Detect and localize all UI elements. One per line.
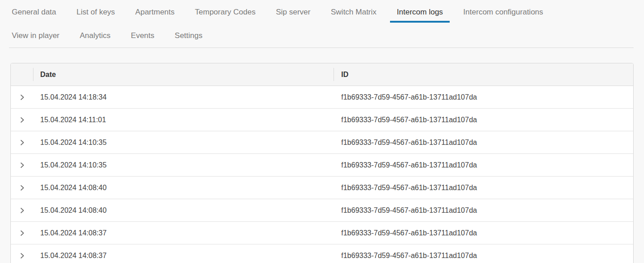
table-body: 15.04.2024 14:18:34 f1b69333-7d59-4567-a…: [11, 86, 633, 263]
expand-cell: [11, 177, 33, 199]
chevron-right-icon: [19, 230, 26, 237]
tab-temporary-codes[interactable]: Temporary Codes: [188, 4, 262, 23]
log-date: 15.04.2024 14:11:01: [33, 109, 334, 131]
log-date-text: 15.04.2024 14:18:34: [40, 93, 107, 101]
chevron-right-icon: [19, 207, 26, 214]
expand-row-button[interactable]: [18, 206, 27, 215]
log-date-text: 15.04.2024 14:08:40: [40, 184, 107, 192]
table-header-row: Date ID: [11, 63, 633, 86]
secondary-tab-bar: View in player Analytics Events Settings: [0, 27, 644, 46]
intercom-logs-table: Date ID 15.04.2024 14:18:34 f1b69333-7d5…: [10, 63, 634, 263]
expand-row-button[interactable]: [18, 115, 27, 124]
log-date-text: 15.04.2024 14:11:01: [40, 116, 106, 124]
tab-label: General data: [12, 8, 56, 16]
expand-row-button[interactable]: [18, 161, 27, 170]
log-id-text: f1b69333-7d59-4567-a61b-13711ad107da: [341, 161, 477, 169]
log-date-text: 15.04.2024 14:08:37: [40, 252, 107, 260]
log-id: f1b69333-7d59-4567-a61b-13711ad107da: [334, 131, 633, 153]
table-row: 15.04.2024 14:08:40 f1b69333-7d59-4567-a…: [11, 199, 633, 222]
tab-label: Temporary Codes: [195, 8, 255, 16]
tab-switch-matrix[interactable]: Switch Matrix: [324, 4, 383, 23]
log-date: 15.04.2024 14:08:40: [33, 177, 334, 199]
table-row: 15.04.2024 14:08:40 f1b69333-7d59-4567-a…: [11, 177, 633, 199]
tab-label: Settings: [175, 31, 202, 40]
tab-apartments[interactable]: Apartments: [128, 4, 181, 23]
expand-cell: [11, 109, 33, 131]
expand-cell: [11, 222, 33, 244]
log-id-text: f1b69333-7d59-4567-a61b-13711ad107da: [341, 116, 477, 124]
tab-label: Switch Matrix: [331, 8, 376, 16]
tab-sip-server[interactable]: Sip server: [269, 4, 317, 23]
chevron-right-icon: [19, 162, 26, 169]
log-id: f1b69333-7d59-4567-a61b-13711ad107da: [334, 109, 633, 131]
expand-cell: [11, 154, 33, 176]
log-date: 15.04.2024 14:08:37: [33, 244, 334, 263]
log-id: f1b69333-7d59-4567-a61b-13711ad107da: [334, 222, 633, 244]
expand-row-button[interactable]: [18, 138, 27, 147]
expand-cell: [11, 131, 33, 153]
tab-view-in-player[interactable]: View in player: [5, 27, 66, 46]
tab-label: Analytics: [80, 31, 111, 40]
log-date: 15.04.2024 14:10:35: [33, 154, 334, 176]
table-row: 15.04.2024 14:18:34 f1b69333-7d59-4567-a…: [11, 86, 633, 109]
log-id: f1b69333-7d59-4567-a61b-13711ad107da: [334, 177, 633, 199]
id-column-label: ID: [341, 71, 348, 79]
tab-label: List of keys: [76, 8, 115, 16]
tab-intercom-configurations[interactable]: Intercom configurations: [456, 4, 550, 23]
expand-column-header: [11, 63, 33, 86]
table-row: 15.04.2024 14:08:37 f1b69333-7d59-4567-a…: [11, 244, 633, 263]
log-id-text: f1b69333-7d59-4567-a61b-13711ad107da: [341, 229, 477, 237]
log-id: f1b69333-7d59-4567-a61b-13711ad107da: [334, 244, 633, 263]
tab-general-data[interactable]: General data: [5, 4, 63, 23]
expand-cell: [11, 199, 33, 221]
tab-label: Events: [131, 31, 155, 40]
table-row: 15.04.2024 14:10:35 f1b69333-7d59-4567-a…: [11, 131, 633, 154]
date-column-label: Date: [40, 71, 56, 79]
tab-settings[interactable]: Settings: [168, 27, 209, 46]
log-date-text: 15.04.2024 14:08:37: [40, 229, 107, 237]
log-id: f1b69333-7d59-4567-a61b-13711ad107da: [334, 86, 633, 108]
log-id-text: f1b69333-7d59-4567-a61b-13711ad107da: [341, 93, 477, 101]
log-date: 15.04.2024 14:08:40: [33, 199, 334, 221]
log-id: f1b69333-7d59-4567-a61b-13711ad107da: [334, 154, 633, 176]
expand-row-button[interactable]: [18, 251, 27, 260]
tab-intercom-logs[interactable]: Intercom logs: [390, 4, 450, 23]
tab-events[interactable]: Events: [124, 27, 161, 46]
log-id-text: f1b69333-7d59-4567-a61b-13711ad107da: [341, 139, 477, 147]
log-date-text: 15.04.2024 14:10:35: [40, 139, 107, 147]
chevron-right-icon: [19, 139, 26, 146]
chevron-right-icon: [19, 116, 26, 124]
table-row: 15.04.2024 14:10:35 f1b69333-7d59-4567-a…: [11, 154, 633, 177]
tab-label: Intercom configurations: [463, 8, 543, 16]
log-date: 15.04.2024 14:18:34: [33, 86, 334, 108]
expand-cell: [11, 244, 33, 263]
id-column-header[interactable]: ID: [334, 63, 633, 86]
log-id-text: f1b69333-7d59-4567-a61b-13711ad107da: [341, 206, 477, 215]
tab-list-of-keys[interactable]: List of keys: [70, 4, 122, 23]
date-column-header[interactable]: Date: [33, 63, 334, 86]
expand-cell: [11, 86, 33, 108]
table-row: 15.04.2024 14:11:01 f1b69333-7d59-4567-a…: [11, 109, 633, 131]
tab-analytics[interactable]: Analytics: [73, 27, 118, 46]
log-date-text: 15.04.2024 14:08:40: [40, 206, 107, 215]
log-id-text: f1b69333-7d59-4567-a61b-13711ad107da: [341, 184, 477, 192]
tab-label: Apartments: [135, 8, 174, 16]
log-date-text: 15.04.2024 14:10:35: [40, 161, 107, 169]
chevron-right-icon: [19, 94, 26, 101]
chevron-right-icon: [19, 184, 26, 191]
table-row: 15.04.2024 14:08:37 f1b69333-7d59-4567-a…: [11, 222, 633, 244]
primary-tab-bar: General data List of keys Apartments Tem…: [0, 4, 644, 23]
log-date: 15.04.2024 14:08:37: [33, 222, 334, 244]
log-date: 15.04.2024 14:10:35: [33, 131, 334, 153]
chevron-right-icon: [19, 252, 26, 259]
tab-label: Intercom logs: [397, 8, 443, 16]
log-id-text: f1b69333-7d59-4567-a61b-13711ad107da: [341, 252, 477, 260]
expand-row-button[interactable]: [18, 229, 27, 238]
tab-label: Sip server: [276, 8, 310, 16]
log-id: f1b69333-7d59-4567-a61b-13711ad107da: [334, 199, 633, 221]
tabs-divider: [9, 48, 634, 48]
expand-row-button[interactable]: [18, 183, 27, 192]
tab-label: View in player: [12, 31, 60, 40]
expand-row-button[interactable]: [18, 93, 27, 102]
